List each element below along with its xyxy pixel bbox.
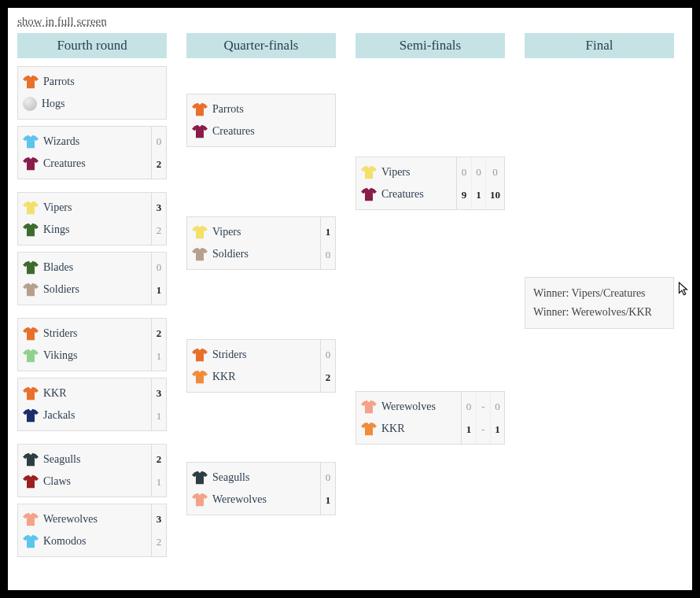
jersey-icon [23, 75, 39, 89]
team-row[interactable]: Werewolves [192, 489, 315, 511]
final-line: Winner: Werewolves/KKR [533, 303, 665, 322]
jersey-icon [23, 327, 39, 341]
jersey-icon [23, 282, 39, 297]
team-name: Werewolves [43, 513, 98, 526]
team-row[interactable]: Parrots [192, 98, 330, 120]
jersey-icon [23, 157, 39, 171]
scores: 0 2 [320, 340, 335, 392]
team-row[interactable]: Parrots [23, 71, 161, 93]
team-name: KKR [43, 387, 67, 400]
team-name: Creatures [381, 188, 424, 201]
jersey-icon [23, 386, 39, 401]
team-row[interactable]: Hogs [23, 93, 161, 115]
match-card[interactable]: Vipers Kings 3 2 [17, 192, 167, 245]
team-row[interactable]: Striders [23, 323, 146, 345]
scores: 2 1 [151, 319, 166, 371]
team-row[interactable]: Seagulls [23, 448, 146, 471]
team-name: Striders [43, 327, 78, 340]
match-card[interactable]: Werewolves Komodos 3 2 [17, 504, 167, 557]
round-header: Quarter-finals [186, 33, 336, 58]
match-card[interactable]: Striders KKR 0 2 [186, 339, 336, 393]
team-name: Wizards [43, 135, 79, 148]
score-col: 0 9 [457, 157, 471, 209]
match-card[interactable]: Blades Soldiers 0 1 [17, 252, 167, 305]
jersey-icon [192, 124, 208, 138]
match-card[interactable]: Vipers Creatures 0 9 0 1 0 10 [356, 157, 505, 210]
jersey-icon [23, 135, 39, 149]
team-name: KKR [381, 423, 405, 435]
col-fourth-round: Fourth round ParrotsHogs Wizards Creatur… [17, 33, 167, 570]
scores: 0 2 [151, 127, 166, 179]
team-row[interactable]: Seagulls [192, 467, 315, 489]
team-row[interactable]: Werewolves [361, 396, 456, 418]
team-row[interactable]: Werewolves [23, 508, 146, 530]
score-col: 0 1 [462, 392, 476, 444]
team-name: Parrots [212, 103, 244, 116]
team-row[interactable]: Komodos [23, 530, 146, 552]
score-col: - - [476, 392, 490, 444]
team-name: Seagulls [212, 471, 249, 484]
team-name: Hogs [42, 98, 65, 110]
jersey-icon [23, 349, 39, 363]
team-row[interactable]: KKR [23, 382, 146, 404]
match-card[interactable]: Vipers Soldiers 1 0 [186, 216, 336, 270]
team-row[interactable]: Kings [23, 219, 146, 241]
team-row[interactable]: Soldiers [23, 279, 146, 301]
team-row[interactable]: Jackals [23, 404, 146, 426]
team-row[interactable]: Wizards [23, 131, 146, 153]
team-row[interactable]: Vikings [23, 345, 146, 367]
scores: 3 1 [151, 378, 166, 430]
team-row[interactable]: Creatures [192, 120, 330, 142]
team-row[interactable]: KKR [192, 366, 315, 388]
jersey-icon [361, 187, 377, 201]
final-box[interactable]: Winner: Vipers/Creatures Winner: Werewol… [525, 277, 674, 329]
jersey-icon [361, 165, 377, 179]
scores: 3 2 [151, 193, 166, 245]
team-name: Vipers [43, 201, 72, 214]
jersey-icon [192, 348, 208, 362]
team-name: Jackals [43, 409, 75, 422]
final-line: Winner: Vipers/Creatures [533, 284, 665, 303]
scores: 0 9 0 1 0 10 [456, 157, 504, 209]
score-col: 0 10 [485, 157, 504, 209]
team-name: Parrots [43, 76, 75, 88]
team-name: Seagulls [43, 453, 80, 466]
jersey-icon [192, 471, 208, 485]
team-row[interactable]: Striders [192, 344, 315, 366]
team-name: Vipers [381, 166, 410, 179]
team-row[interactable]: Creatures [23, 153, 146, 175]
team-row[interactable]: KKR [361, 418, 456, 440]
scores: 0 1 [320, 463, 335, 515]
score-col: 0 2 [321, 340, 335, 392]
match-card[interactable]: KKR Jackals 3 1 [17, 378, 167, 431]
round-header: Fourth round [17, 33, 167, 58]
team-row[interactable]: Soldiers [192, 243, 315, 265]
team-row[interactable]: Blades [23, 257, 146, 279]
match-card[interactable]: Seagulls Werewolves 0 1 [186, 462, 336, 515]
jersey-icon [23, 452, 39, 467]
match-card[interactable]: Wizards Creatures 0 2 [17, 126, 167, 179]
team-name: Werewolves [381, 401, 436, 413]
team-name: Vikings [43, 349, 78, 362]
jersey-icon [192, 370, 208, 384]
match-card[interactable]: Werewolves KKR 0 1 - - 0 1 [356, 391, 505, 445]
score-col: 2 1 [152, 319, 166, 371]
score-col: 0 1 [321, 463, 335, 515]
team-name: Creatures [212, 125, 255, 138]
team-row[interactable]: Creatures [361, 183, 451, 205]
team-name: Soldiers [212, 248, 249, 260]
match-card[interactable]: Striders Vikings 2 1 [17, 318, 167, 371]
team-name: Vipers [212, 226, 241, 238]
score-col: 3 2 [152, 193, 166, 245]
team-row[interactable]: Vipers [192, 221, 315, 243]
col-final: Final Winner: Vipers/Creatures Winner: W… [525, 33, 674, 570]
match-card[interactable]: ParrotsHogs [17, 66, 167, 120]
team-row[interactable]: Claws [23, 471, 146, 493]
match-card[interactable]: Parrots Creatures [186, 94, 336, 147]
team-row[interactable]: Vipers [23, 197, 146, 219]
team-name: Creatures [43, 157, 86, 170]
jersey-icon [361, 400, 377, 414]
fullscreen-link[interactable]: show in full screen [17, 15, 107, 28]
match-card[interactable]: Seagulls Claws 2 1 [17, 444, 167, 497]
team-row[interactable]: Vipers [361, 161, 451, 183]
